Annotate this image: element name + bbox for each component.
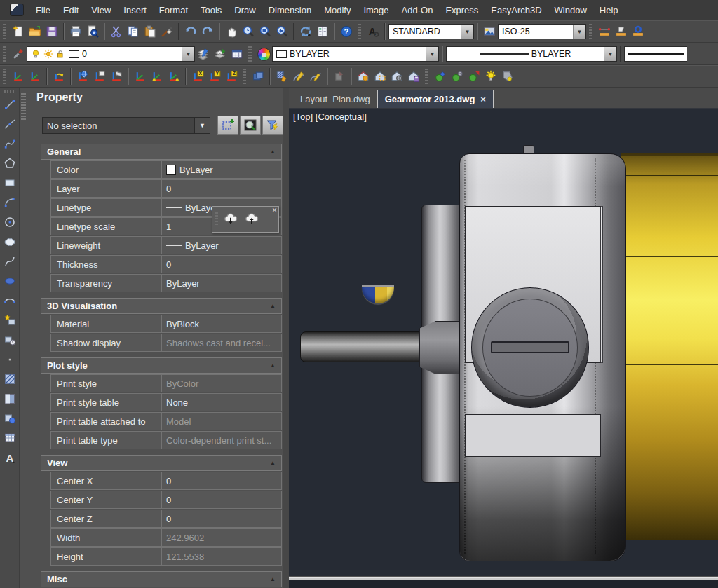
property-row[interactable]: Print style tableNone	[50, 393, 282, 411]
insert-block-button[interactable]	[1, 310, 18, 330]
text-style-combobox[interactable]: STANDARD	[388, 24, 474, 39]
collapse-arrow-icon[interactable]: ▲	[270, 576, 276, 582]
ucs-origin-button[interactable]	[149, 68, 165, 86]
property-row[interactable]: Layer0	[50, 179, 282, 198]
menu-item-help[interactable]: Help	[593, 0, 625, 20]
section-header[interactable]: Plot style▲	[41, 357, 282, 374]
edit-hatch-button[interactable]	[273, 68, 290, 86]
render-button[interactable]	[355, 68, 372, 86]
ucs-face-button[interactable]	[108, 68, 125, 86]
property-row[interactable]: Print table typeColor-dependent print st…	[50, 431, 282, 449]
help-button[interactable]: ?	[338, 23, 355, 41]
property-value[interactable]: Shadows cast and recei...	[161, 334, 282, 352]
zoom-previous-button[interactable]	[273, 23, 290, 41]
toolbar-grip[interactable]	[248, 46, 252, 62]
ucs-view-button[interactable]	[132, 68, 149, 86]
layer-properties-button[interactable]	[195, 46, 212, 63]
pan-button[interactable]	[223, 23, 240, 41]
cloud-download-button[interactable]	[220, 209, 241, 230]
menu-item-express[interactable]: Express	[439, 0, 485, 20]
revision-cloud-button[interactable]	[1, 232, 18, 252]
polyline-button[interactable]	[1, 134, 18, 153]
construction-line-button[interactable]	[1, 114, 18, 134]
dropdown-arrow-icon[interactable]	[573, 25, 585, 39]
multiline-text-button[interactable]: A	[1, 448, 18, 467]
document-tab-gearmotor-2013-dwg[interactable]: Gearmotor 2013.dwg×	[377, 90, 494, 108]
collapse-arrow-icon[interactable]: ▲	[270, 303, 276, 309]
toolbar-grip[interactable]	[589, 24, 592, 39]
menu-item-tools[interactable]: Tools	[194, 0, 228, 20]
property-row[interactable]: Shadow displayShadows cast and recei...	[50, 334, 282, 352]
property-value[interactable]: 121.5538	[161, 547, 282, 566]
collapse-arrow-icon[interactable]: ▲	[270, 362, 276, 369]
cloud-upload-button[interactable]	[241, 209, 262, 230]
save-button[interactable]	[43, 23, 60, 41]
circle-button[interactable]	[1, 212, 18, 232]
lineweight-combobox[interactable]	[624, 46, 687, 62]
layer-on-bulb-icon[interactable]	[31, 49, 41, 59]
materials-button[interactable]	[432, 68, 449, 86]
ucs-zaxis-button[interactable]	[165, 68, 182, 86]
collapse-arrow-icon[interactable]: ▲	[270, 460, 276, 466]
light-button[interactable]	[482, 68, 499, 86]
line-button[interactable]	[1, 95, 18, 114]
menu-item-easyarch3d[interactable]: EasyArch3D	[485, 0, 548, 20]
property-value[interactable]: ByLayer	[161, 236, 282, 254]
select-objects-button[interactable]	[240, 116, 261, 135]
menu-item-window[interactable]: Window	[548, 0, 593, 20]
toolbar-grip[interactable]	[3, 24, 6, 39]
property-row[interactable]: TransparencyByLayer	[50, 274, 282, 292]
property-row[interactable]: Height121.5538	[50, 547, 282, 566]
rectangle-button[interactable]	[1, 173, 18, 193]
color-combobox[interactable]: BYLAYER	[272, 46, 439, 62]
property-value[interactable]: 0	[161, 491, 282, 509]
layer-match-button[interactable]	[10, 46, 27, 63]
regen-button[interactable]	[297, 23, 314, 41]
tab-close-icon[interactable]: ×	[480, 94, 486, 104]
layer-states-button[interactable]	[212, 46, 229, 63]
open-button[interactable]	[27, 23, 43, 41]
layer-manager-button[interactable]	[229, 46, 245, 63]
gradient-button[interactable]	[1, 389, 18, 409]
menu-item-dimension[interactable]: Dimension	[262, 0, 318, 20]
region-button[interactable]	[1, 409, 18, 428]
property-row[interactable]: Center Y0	[50, 491, 282, 509]
ucs-button[interactable]	[10, 68, 27, 86]
toolbar-grip[interactable]	[3, 69, 6, 84]
document-tab-layout-plan-dwg[interactable]: Layout_Plan.dwg	[293, 90, 377, 108]
menu-item-add-on[interactable]: Add-On	[395, 0, 440, 20]
property-value[interactable]: 242.9602	[161, 528, 282, 547]
dropdown-arrow-icon[interactable]	[182, 47, 194, 61]
property-value[interactable]: 0	[161, 179, 282, 198]
property-value[interactable]: 0	[161, 510, 282, 528]
sun-properties-button[interactable]	[499, 68, 516, 86]
menu-item-edit[interactable]: Edit	[57, 0, 85, 20]
color-control-button[interactable]	[255, 46, 272, 63]
menu-item-modify[interactable]: Modify	[318, 0, 357, 20]
property-value[interactable]: 0	[161, 472, 282, 490]
section-header[interactable]: General▲	[41, 144, 282, 160]
dim-edit-button[interactable]	[613, 23, 630, 41]
selection-combobox[interactable]: No selection	[42, 117, 210, 134]
property-value[interactable]: None	[161, 393, 282, 411]
toolbar-grip[interactable]	[4, 90, 15, 93]
table-button[interactable]	[1, 428, 18, 448]
close-icon[interactable]: ×	[272, 206, 277, 214]
print-preview-button[interactable]	[84, 23, 101, 41]
menu-item-insert[interactable]: Insert	[117, 0, 153, 20]
property-row[interactable]: MaterialByBlock	[50, 315, 282, 333]
property-value[interactable]: ByLayer	[161, 274, 282, 292]
toolbar-grip[interactable]	[243, 69, 246, 84]
viewport-annotation[interactable]: [Top] [Conceptual]	[293, 111, 367, 122]
ucs-y-button[interactable]: Y	[206, 68, 223, 86]
spline-button[interactable]	[1, 252, 18, 271]
properties-palette-button[interactable]	[314, 23, 331, 41]
property-value[interactable]: ByBlock	[161, 315, 282, 333]
dropdown-arrow-icon[interactable]	[194, 118, 210, 133]
toolbar-grip[interactable]	[215, 212, 218, 226]
floating-toolbar[interactable]: ×	[212, 206, 279, 233]
toggle-pickadd-button[interactable]	[217, 116, 238, 135]
copy-button[interactable]	[125, 23, 142, 41]
layer-thaw-sun-icon[interactable]	[43, 49, 53, 59]
property-row[interactable]: Print styleByColor	[50, 374, 282, 392]
